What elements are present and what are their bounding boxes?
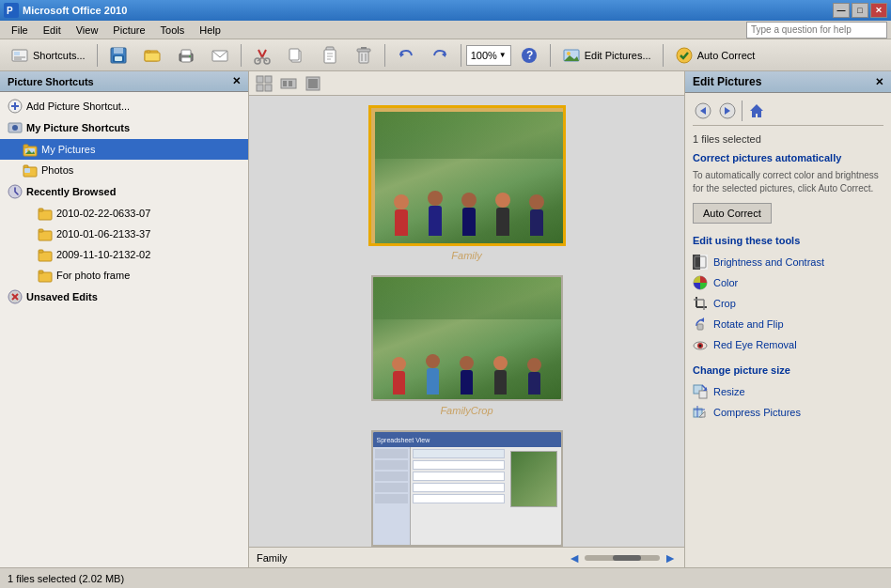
zoom-dropdown-icon[interactable]: ▼ xyxy=(499,51,507,59)
sidebar-close-button[interactable]: ✕ xyxy=(232,75,241,87)
scroll-thumb[interactable] xyxy=(613,555,641,561)
sidebar-item-2010-01[interactable]: 2010-01-06-2133-37 xyxy=(0,224,248,244)
save-button[interactable] xyxy=(102,42,134,69)
photos-label: Photos xyxy=(41,164,73,176)
cut-button[interactable] xyxy=(246,42,278,69)
auto-correct-toolbar-button[interactable]: Auto Correct xyxy=(668,42,762,69)
sidebar-content: Add Picture Shortcut... My Picture Short… xyxy=(0,92,248,567)
delete-button[interactable] xyxy=(348,42,380,69)
print-icon xyxy=(177,46,195,65)
panel-back-button[interactable] xyxy=(693,101,713,121)
svg-rect-54 xyxy=(24,168,30,173)
right-panel-close-button[interactable]: ✕ xyxy=(875,76,883,88)
rotate-flip-tool[interactable]: Rotate and Flip xyxy=(693,314,883,334)
svg-rect-95 xyxy=(699,391,707,398)
delete-icon xyxy=(354,46,373,65)
close-button[interactable]: ✕ xyxy=(870,3,887,18)
email-button[interactable] xyxy=(204,42,236,69)
gallery-item-family-crop[interactable]: FamilyCrop xyxy=(371,275,563,416)
svg-rect-30 xyxy=(357,49,370,52)
right-panel-content: 1 files selected Correct pictures automa… xyxy=(685,93,891,567)
folder-photo-frame-icon xyxy=(38,268,53,283)
svg-rect-23 xyxy=(289,49,299,60)
nav-prev-button[interactable]: ◄ xyxy=(568,550,581,565)
edit-pictures-toolbar-label: Edit Pictures... xyxy=(585,50,651,61)
sidebar-item-2009-11[interactable]: 2009-11-10-2132-02 xyxy=(0,244,248,265)
window-title: Microsoft Office 2010 xyxy=(23,5,833,16)
menu-file[interactable]: File xyxy=(4,23,36,38)
svg-rect-53 xyxy=(23,165,28,168)
svg-rect-75 xyxy=(308,79,318,88)
redo-button[interactable] xyxy=(424,42,456,69)
crop-tool[interactable]: Crop xyxy=(693,293,883,314)
svg-rect-90 xyxy=(697,324,703,330)
panel-toolbar xyxy=(693,101,883,126)
resize-tool[interactable]: Resize xyxy=(693,381,883,402)
folder-2009-11-icon xyxy=(38,247,53,262)
svg-rect-69 xyxy=(257,85,263,91)
svg-rect-63 xyxy=(39,271,43,273)
title-bar: P Microsoft Office 2010 — □ ✕ xyxy=(0,0,891,21)
resize-label: Resize xyxy=(713,386,745,397)
tools-section-title: Edit using these tools xyxy=(693,235,883,246)
svg-rect-73 xyxy=(289,81,292,86)
color-tool[interactable]: Color xyxy=(693,272,883,293)
correct-section-title: Correct pictures automatically xyxy=(693,152,883,163)
menu-tools[interactable]: Tools xyxy=(153,23,193,38)
sidebar-item-add-shortcut[interactable]: Add Picture Shortcut... xyxy=(0,96,248,116)
shortcuts-label: Shortcuts... xyxy=(33,50,86,61)
save-icon xyxy=(109,46,128,65)
auto-correct-button[interactable]: Auto Correct xyxy=(693,203,772,224)
copy-button[interactable] xyxy=(280,42,312,69)
shortcuts-button[interactable]: Shortcuts... xyxy=(4,42,92,69)
menu-edit[interactable]: Edit xyxy=(36,23,69,38)
folder-2009-11-label: 2009-11-10-2132-02 xyxy=(56,249,150,260)
panel-forward-button[interactable] xyxy=(717,101,738,121)
view-filmstrip-button[interactable] xyxy=(277,73,300,94)
svg-rect-29 xyxy=(359,51,368,63)
maximize-button[interactable]: □ xyxy=(852,3,868,18)
svg-rect-61 xyxy=(39,250,43,253)
print-button[interactable] xyxy=(170,42,202,69)
family-label: Family xyxy=(451,250,481,261)
sidebar-section-my-shortcuts: My Picture Shortcuts xyxy=(0,116,248,139)
cut-icon xyxy=(253,46,272,65)
gallery[interactable]: Family xyxy=(249,96,684,547)
menu-picture[interactable]: Picture xyxy=(105,23,152,38)
minimize-button[interactable]: — xyxy=(833,3,850,18)
svg-rect-67 xyxy=(257,76,263,83)
open-button[interactable] xyxy=(136,42,168,69)
panel-home-button[interactable] xyxy=(746,101,767,121)
folder-2010-02-icon xyxy=(38,206,53,221)
brightness-contrast-tool[interactable]: Brightness and Contrast xyxy=(693,252,883,272)
red-eye-icon xyxy=(693,337,708,352)
edit-pictures-toolbar-button[interactable]: Edit Pictures... xyxy=(555,42,658,69)
menu-view[interactable]: View xyxy=(69,23,106,38)
sidebar-item-for-photo-frame[interactable]: For photo frame xyxy=(0,265,248,286)
sidebar-item-photos[interactable]: Photos xyxy=(0,160,248,180)
menu-help[interactable]: Help xyxy=(192,23,228,38)
view-single-button[interactable] xyxy=(302,73,324,94)
undo-button[interactable] xyxy=(390,42,422,69)
svg-point-93 xyxy=(699,345,702,348)
compress-tool[interactable]: Compress Pictures xyxy=(693,402,883,423)
family-crop-thumbnail[interactable] xyxy=(371,275,563,401)
files-selected-text: 1 files selected xyxy=(693,133,883,145)
view-thumbnails-button[interactable] xyxy=(253,73,275,94)
svg-rect-7 xyxy=(114,48,123,54)
search-input[interactable] xyxy=(746,22,887,39)
color-label: Color xyxy=(713,277,738,288)
red-eye-tool[interactable]: Red Eye Removal xyxy=(693,334,883,355)
zoom-control[interactable]: 100% ▼ xyxy=(466,45,511,66)
sidebar-item-2010-02[interactable]: 2010-02-22-0633-07 xyxy=(0,203,248,224)
my-pictures-label: My Pictures xyxy=(41,144,95,155)
gallery-item-family[interactable]: Family xyxy=(368,105,566,261)
help-button[interactable]: ? xyxy=(513,42,545,69)
gallery-item-document[interactable]: Spreadsheet View xyxy=(371,430,563,547)
paste-button[interactable] xyxy=(314,42,346,69)
nav-next-button[interactable]: ► xyxy=(664,550,677,565)
document-thumbnail[interactable]: Spreadsheet View xyxy=(371,430,563,547)
sidebar-item-my-pictures[interactable]: My Pictures xyxy=(0,139,248,160)
right-panel-header: Edit Pictures ✕ xyxy=(685,71,891,93)
family-thumbnail[interactable] xyxy=(368,105,566,246)
